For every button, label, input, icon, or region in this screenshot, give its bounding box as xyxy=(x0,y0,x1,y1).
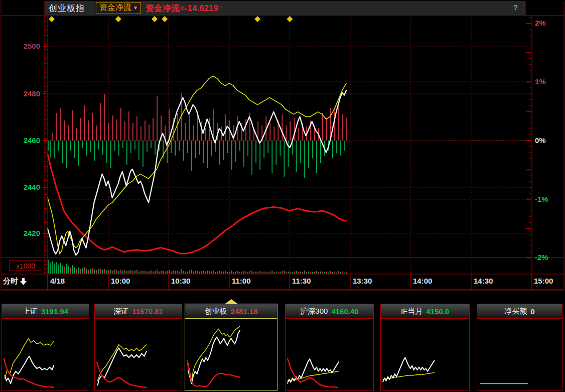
thumbnail-mini-chart xyxy=(477,319,562,391)
thumbnail-name: 创业板 xyxy=(204,307,227,316)
thumbnail-header: 净买额 0 xyxy=(477,304,562,319)
thumbnail-value: 2481.18 xyxy=(230,307,257,316)
thumbnail-mini-chart xyxy=(185,319,277,391)
thumbnail-value: 11670.81 xyxy=(132,307,163,316)
thumbnail-header: 创业板 2481.18 xyxy=(185,304,277,319)
thumbnail-hushen300[interactable]: 沪深300 4160.40 xyxy=(285,304,374,391)
thumbnail-name: 深证 xyxy=(113,307,128,316)
thumbnail-mini-chart xyxy=(95,319,182,391)
thumbnail-shenzheng[interactable]: 深证 11670.81 xyxy=(94,304,182,391)
thumbnail-mini-chart xyxy=(286,319,373,391)
down-arrow-icon xyxy=(20,278,27,285)
thumbnail-chuangyeban[interactable]: 创业板 2481.18 xyxy=(185,304,277,391)
thumbnail-net-buy[interactable]: 净买额 0 xyxy=(477,304,562,391)
thumbnail-header: 上证 3191.94 xyxy=(2,304,89,319)
thumbnail-name: 上证 xyxy=(23,307,38,316)
trading-app-window: 创业板指 资金净流 ▼ 资金净流=-14.6219 ↑ ? x1000 分时 2… xyxy=(0,0,565,392)
thumbnail-name: 净买额 xyxy=(504,307,527,316)
thumbnail-value: 4160.40 xyxy=(331,307,358,316)
thumbnail-header: 沪深300 4160.40 xyxy=(286,304,373,319)
thumbnail-mini-chart xyxy=(381,319,469,391)
thumbnail-if-contract[interactable]: IF当月 4150.0 xyxy=(380,304,470,391)
thumbnail-name: IF当月 xyxy=(401,307,422,316)
thumbnail-name: 沪深300 xyxy=(300,307,328,316)
thumbnail-mini-chart xyxy=(2,319,89,391)
period-mode-button[interactable]: 分时 xyxy=(3,277,27,286)
thumbnail-shangzheng[interactable]: 上证 3191.94 xyxy=(2,304,89,391)
thumbnail-value: 4150.0 xyxy=(426,307,449,316)
thumbnail-header: 深证 11670.81 xyxy=(95,304,182,319)
thumbnail-value: 3191.94 xyxy=(41,307,68,316)
intraday-chart[interactable] xyxy=(0,0,565,300)
thumbnail-value: 0 xyxy=(530,307,534,316)
thumbnail-header: IF当月 4150.0 xyxy=(381,304,469,319)
period-mode-label: 分时 xyxy=(3,277,18,286)
